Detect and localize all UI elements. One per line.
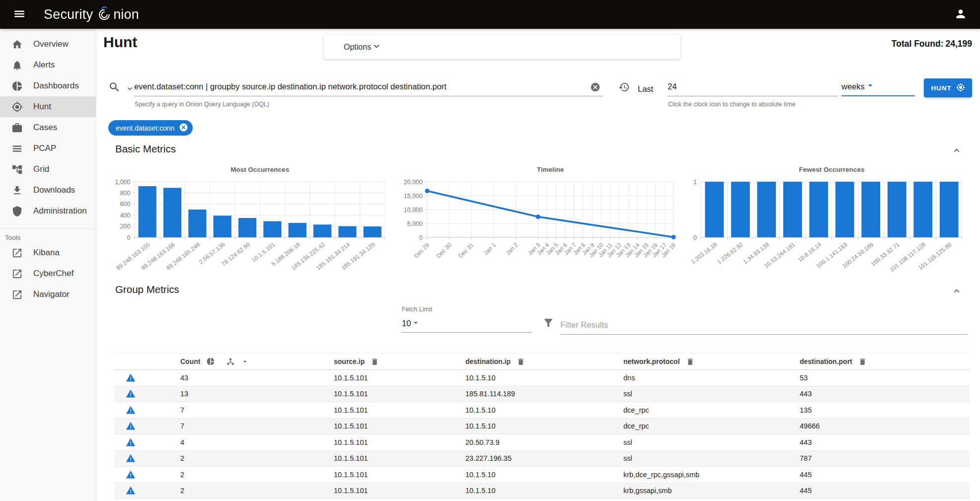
- chart-most-occurrences: Most Occurrences02004006008001,00089.248…: [107, 162, 391, 281]
- table-cell: 20.50.73.9: [465, 438, 623, 446]
- row-alert-cell: [114, 421, 149, 431]
- table-row[interactable]: 4310.1.5.10110.1.5.10dns53: [114, 370, 970, 386]
- warning-icon[interactable]: [126, 373, 136, 383]
- table-row[interactable]: 210.1.5.10123.227.196.35ssl787: [114, 451, 970, 467]
- svg-text:Dec 30: Dec 30: [435, 241, 453, 260]
- chart-timeline-svg: Timeline05,00010,00015,00020,000Dec 29De…: [396, 162, 679, 279]
- menu-button[interactable]: [9, 4, 30, 25]
- sidebar-item-cases[interactable]: Cases: [0, 117, 96, 138]
- chevron-up-icon[interactable]: [951, 286, 962, 296]
- sidebar-item-kibana[interactable]: Kibana: [0, 242, 96, 263]
- sidebar-item-label: Alerts: [33, 60, 55, 70]
- table-row[interactable]: 1310.1.5.101185.81.114.189ssl443: [114, 386, 970, 403]
- column-header-label[interactable]: Count: [180, 358, 200, 365]
- sidebar-item-label: Downloads: [33, 185, 75, 195]
- table-row[interactable]: 710.1.5.10110.1.5.10dce_rpc49666: [114, 419, 970, 435]
- trash-icon[interactable]: [371, 358, 379, 366]
- chevron-up-icon[interactable]: [951, 145, 962, 156]
- sidebar-item-pcap[interactable]: PCAP: [0, 138, 96, 159]
- trash-icon[interactable]: [858, 358, 867, 366]
- table-cell: 10.1.5.101: [334, 471, 465, 479]
- table-row[interactable]: 210.1.5.10110.1.5.10krb,gssapi,smb445: [114, 483, 970, 500]
- total-found-label: Total Found:: [892, 39, 944, 49]
- sidebar-item-dashboards[interactable]: Dashboards: [0, 75, 96, 96]
- time-value-input[interactable]: [668, 77, 837, 96]
- table-cell: 13: [149, 390, 334, 398]
- query-input[interactable]: [134, 77, 603, 96]
- clear-icon[interactable]: [179, 123, 188, 132]
- table-cell: ssl: [623, 454, 800, 462]
- row-alert-cell: [114, 373, 149, 383]
- sidebar: OverviewAlertsDashboardsHuntCasesPCAPGri…: [0, 29, 96, 501]
- trash-icon[interactable]: [686, 358, 694, 366]
- sidebar-item-grid[interactable]: Grid: [0, 159, 96, 180]
- row-alert-cell: [114, 470, 149, 480]
- warning-icon[interactable]: [126, 389, 136, 399]
- search-icon[interactable]: [108, 81, 121, 93]
- table-row[interactable]: 710.1.5.10110.1.5.10dce_rpc135: [114, 402, 970, 419]
- sidebar-item-alerts[interactable]: Alerts: [0, 55, 96, 75]
- caret-down-icon[interactable]: [241, 358, 249, 365]
- table-cell: 443: [800, 390, 970, 398]
- sidebar-item-navigator[interactable]: Navigator: [0, 284, 96, 305]
- filter-chip[interactable]: event.dataset:conn: [108, 120, 193, 136]
- fetch-limit-value: 10: [402, 319, 411, 328]
- fetch-limit-label: Fetch Limit: [402, 306, 532, 313]
- table-cell: 10.1.5.101: [334, 454, 465, 462]
- logo-text-prefix: Security: [44, 7, 93, 22]
- total-found-value: 24,199: [945, 39, 972, 49]
- sidebar-item-downloads[interactable]: Downloads: [0, 180, 96, 201]
- svg-text:0: 0: [127, 234, 131, 241]
- table-cell: 10.1.5.10: [465, 422, 623, 430]
- svg-text:Dec 29: Dec 29: [413, 241, 431, 259]
- history-icon[interactable]: [618, 81, 630, 93]
- table-cell: dce_rpc: [623, 406, 800, 414]
- warning-icon[interactable]: [126, 453, 136, 463]
- time-unit-value: weeks: [841, 82, 865, 91]
- sidebar-item-cyberchef[interactable]: CyberChef: [0, 263, 96, 284]
- chart-most-occurrences-svg: Most Occurrences02004006008001,00089.248…: [107, 162, 391, 279]
- column-header-label[interactable]: source.ip: [334, 358, 365, 365]
- pie-chart-icon[interactable]: [206, 357, 215, 366]
- sidebar-item-overview[interactable]: Overview: [0, 34, 96, 55]
- table-row[interactable]: 410.1.5.10120.50.73.9ssl443: [114, 434, 970, 451]
- onion-logo-icon: [96, 6, 113, 23]
- row-alert-cell: [114, 486, 149, 496]
- column-header-label[interactable]: destination.port: [800, 358, 852, 365]
- column-header-destination-port: destination.port: [800, 358, 970, 366]
- chevron-down-icon[interactable]: [125, 84, 135, 93]
- warning-icon[interactable]: [126, 437, 136, 447]
- warning-icon[interactable]: [126, 486, 136, 496]
- sidebar-item-hunt[interactable]: Hunt: [0, 96, 96, 117]
- table-cell: 10.1.5.10: [465, 374, 623, 382]
- filter-icon: [542, 317, 554, 329]
- table-cell: 10.1.5.10: [465, 471, 623, 479]
- sidebar-item-administration[interactable]: Administration: [0, 201, 96, 221]
- trash-icon[interactable]: [517, 358, 525, 366]
- clear-icon[interactable]: [590, 82, 601, 92]
- warning-icon[interactable]: [126, 405, 136, 415]
- warning-icon[interactable]: [126, 421, 136, 431]
- hamburger-menu-icon: [13, 7, 26, 20]
- table-row[interactable]: 210.1.5.10110.1.5.10krb,dce_rpc,gssapi,s…: [114, 467, 970, 483]
- time-unit-select[interactable]: weeks: [841, 77, 915, 96]
- svg-text:0: 0: [419, 234, 423, 241]
- grid-nodes-icon: [11, 164, 23, 175]
- hunt-button[interactable]: HUNT: [924, 78, 972, 97]
- options-dropdown[interactable]: Options: [324, 35, 680, 59]
- fetch-limit-select[interactable]: Fetch Limit 10: [402, 306, 532, 333]
- column-header-label[interactable]: network.protocol: [623, 358, 680, 365]
- svg-text:Timeline: Timeline: [537, 166, 564, 173]
- column-header-Count: Count: [149, 357, 334, 366]
- groupby-icon[interactable]: [226, 357, 235, 366]
- column-header-label[interactable]: destination.ip: [465, 358, 511, 365]
- query-hint: Specify a query in Onion Query Language …: [135, 101, 269, 108]
- filter-results-input[interactable]: [560, 316, 968, 335]
- svg-text:600: 600: [120, 201, 131, 208]
- user-menu-button[interactable]: [950, 4, 971, 25]
- list-icon: [11, 143, 23, 154]
- warning-icon[interactable]: [126, 470, 136, 480]
- table-cell: 10.1.5.101: [334, 406, 465, 414]
- table-cell: 4: [149, 438, 334, 446]
- table-cell: 2: [149, 454, 334, 462]
